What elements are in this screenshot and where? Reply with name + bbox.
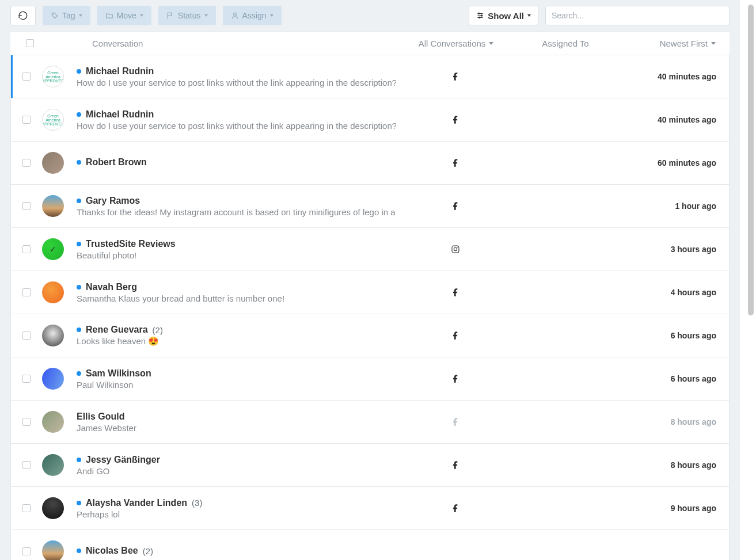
tag-button[interactable]: Tag xyxy=(43,6,90,25)
show-all-button[interactable]: Show All xyxy=(469,6,538,25)
sender-name: Robert Brown xyxy=(86,157,147,167)
message-count: (2) xyxy=(153,325,163,335)
timestamp: 40 minutes ago xyxy=(658,115,716,124)
scrollbar[interactable] xyxy=(748,5,754,315)
message-preview: How do I use your service to post links … xyxy=(77,78,396,87)
conversation-row[interactable]: Robert Brown60 minutes ago xyxy=(11,142,729,185)
conversation-row[interactable]: Green America APPROVEDMichael RudninHow … xyxy=(11,98,729,142)
sender-name: Alaysha Vander Linden xyxy=(86,498,187,508)
avatar-text: Green America APPROVED xyxy=(42,71,64,83)
unread-dot xyxy=(77,371,81,376)
chevron-down-icon xyxy=(527,14,531,17)
conversation-row[interactable]: Alaysha Vander Linden(3)Perhaps lol9 hou… xyxy=(11,487,729,530)
message-preview: How do I use your service to post links … xyxy=(77,121,396,131)
sender-name: Jessy Gänßinger xyxy=(86,455,160,465)
conversation-row[interactable]: Sam WilkinsonPaul Wilkinson6 hours ago xyxy=(11,357,729,401)
avatar xyxy=(42,411,64,433)
sort-label: Newest First xyxy=(660,39,708,48)
row-checkbox[interactable] xyxy=(22,375,31,383)
sender-name: Sam Wilkinson xyxy=(86,368,151,379)
row-checkbox[interactable] xyxy=(22,159,31,167)
message-preview: James Webster xyxy=(77,423,396,433)
sort-dropdown[interactable]: Newest First xyxy=(620,39,730,48)
timestamp: 6 hours ago xyxy=(671,374,716,383)
conversation-row[interactable]: Navah BergSamantha Klaus your bread and … xyxy=(11,271,729,314)
svg-point-6 xyxy=(454,247,457,250)
filter-dropdown[interactable]: All Conversations xyxy=(401,39,511,48)
channel xyxy=(401,374,510,383)
chevron-down-icon xyxy=(270,14,273,17)
unread-dot xyxy=(77,242,81,246)
refresh-button[interactable] xyxy=(10,6,36,25)
channel xyxy=(401,115,510,124)
assign-button[interactable]: Assign xyxy=(223,6,282,25)
conversation-row[interactable]: Ellis GouldJames Webster8 hours ago xyxy=(11,401,729,444)
tag-icon xyxy=(51,12,59,20)
row-checkbox[interactable] xyxy=(22,116,31,124)
status-label: Status xyxy=(178,11,201,20)
unread-dot xyxy=(77,199,81,203)
move-button[interactable]: Move xyxy=(97,6,151,25)
message-preview: Andi GO xyxy=(77,466,396,476)
chevron-down-icon xyxy=(204,14,208,17)
avatar-text: ✓ xyxy=(50,245,56,254)
message-preview: Perhaps lol xyxy=(77,509,396,519)
conversation-row[interactable]: Rene Guevara(2)Looks like heaven 😍6 hour… xyxy=(11,314,729,357)
filter-label: All Conversations xyxy=(419,39,486,48)
avatar-text: Green America APPROVED xyxy=(42,114,64,126)
avatar xyxy=(42,454,64,476)
chevron-down-icon xyxy=(79,14,82,17)
svg-point-0 xyxy=(53,14,54,14)
channel xyxy=(401,288,510,297)
facebook-icon xyxy=(451,417,460,426)
avatar xyxy=(42,195,64,217)
unread-dot xyxy=(77,501,81,505)
svg-point-3 xyxy=(481,15,482,16)
message-preview: Looks like heaven 😍 xyxy=(77,336,396,346)
flag-icon xyxy=(166,12,174,20)
unread-dot xyxy=(77,112,81,117)
header-conversation: Conversation xyxy=(84,39,401,48)
row-checkbox[interactable] xyxy=(22,547,31,555)
message-count: (2) xyxy=(143,546,153,556)
sender-name: Ellis Gould xyxy=(77,412,125,422)
facebook-icon xyxy=(451,115,460,124)
sender-name: Navah Berg xyxy=(86,282,137,292)
header-assigned-to: Assigned To xyxy=(511,39,620,48)
facebook-icon xyxy=(451,374,460,383)
row-checkbox[interactable] xyxy=(22,288,31,296)
row-checkbox[interactable] xyxy=(22,73,31,81)
avatar: Green America APPROVED xyxy=(42,66,64,87)
chevron-down-icon xyxy=(140,14,143,17)
status-button[interactable]: Status xyxy=(158,6,216,25)
row-checkbox[interactable] xyxy=(22,332,31,340)
row-checkbox[interactable] xyxy=(22,245,31,253)
row-checkbox[interactable] xyxy=(22,418,31,426)
avatar xyxy=(42,540,64,560)
timestamp: 3 hours ago xyxy=(671,245,716,254)
select-all-checkbox[interactable] xyxy=(26,39,34,47)
show-all-label: Show All xyxy=(488,11,524,21)
row-checkbox[interactable] xyxy=(22,461,31,469)
message-preview: Beautiful photo! xyxy=(77,250,396,260)
row-checkbox[interactable] xyxy=(22,504,31,512)
avatar: ✓ xyxy=(42,238,64,260)
avatar xyxy=(42,497,64,519)
facebook-icon xyxy=(451,331,460,340)
search-input[interactable] xyxy=(545,6,730,25)
list-header: Conversation All Conversations Assigned … xyxy=(10,31,730,55)
row-checkbox[interactable] xyxy=(22,202,31,210)
unread-dot xyxy=(77,285,81,289)
avatar xyxy=(42,368,64,390)
timestamp: 8 hours ago xyxy=(671,417,716,426)
conversation-row[interactable]: Nicolas Bee(2) xyxy=(11,530,729,560)
facebook-icon xyxy=(451,158,460,167)
facebook-icon xyxy=(451,460,460,470)
unread-dot xyxy=(77,327,81,332)
conversation-row[interactable]: Green America APPROVEDMichael RudninHow … xyxy=(11,55,729,98)
timestamp: 6 hours ago xyxy=(671,331,716,340)
channel xyxy=(401,504,510,513)
conversation-row[interactable]: ✓TrustedSite ReviewsBeautiful photo!3 ho… xyxy=(11,228,729,271)
conversation-row[interactable]: Gary RamosThanks for the ideas! My insta… xyxy=(11,185,729,228)
conversation-row[interactable]: Jessy GänßingerAndi GO8 hours ago xyxy=(11,444,729,487)
